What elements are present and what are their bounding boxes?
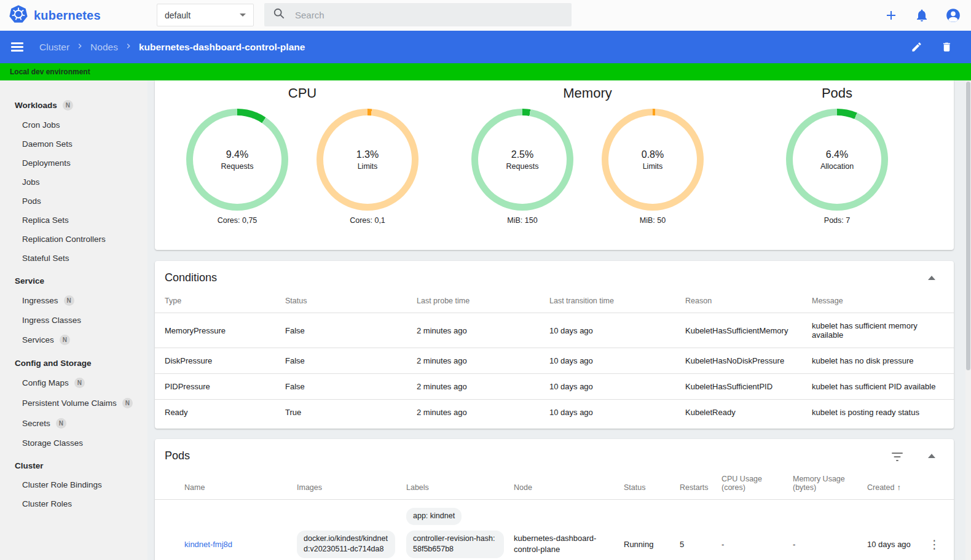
user-account-button[interactable] <box>945 7 961 23</box>
sidebar-item-cron-jobs[interactable]: Cron Jobs <box>0 115 147 134</box>
main-content: CPU 9.4% Requests Cores: 0,75 <box>147 80 971 560</box>
condition-message: kubelet has no disk pressure <box>812 348 954 374</box>
table-row: kindnet-fmj8d docker.io/kindest/kindnetd… <box>155 500 954 560</box>
breadcrumb: Cluster Nodes kubernetes-dashboard-contr… <box>39 42 305 53</box>
page-title: kubernetes-dashboard-control-plane <box>139 42 305 53</box>
gauge-label: Allocation <box>820 162 854 171</box>
sidebar-item-pods[interactable]: Pods <box>0 192 147 211</box>
table-row: PIDPressure False 2 minutes ago 10 days … <box>155 374 954 400</box>
search-input[interactable] <box>295 10 563 20</box>
gauge-percent: 6.4% <box>826 149 848 160</box>
collapse-up-icon[interactable] <box>928 454 935 458</box>
collapse-up-icon[interactable] <box>928 276 935 280</box>
sidebar-item-ingresses[interactable]: Ingresses N <box>0 290 147 311</box>
table-row: MemoryPressure False 2 minutes ago 10 da… <box>155 313 954 348</box>
sidebar-item-storage-classes[interactable]: Storage Classes <box>0 434 147 453</box>
sidebar-item-ingress-classes[interactable]: Ingress Classes <box>0 311 147 330</box>
sidebar-item-services[interactable]: Services N <box>0 330 147 350</box>
condition-reason: KubeletHasSufficientMemory <box>685 313 812 348</box>
conditions-table: Type Status Last probe time Last transit… <box>155 292 954 425</box>
memory-limits-gauge: 0.8% Limits MiB: 50 <box>588 101 718 250</box>
sidebar-item-deployments[interactable]: Deployments <box>0 154 147 173</box>
scrollbar[interactable] <box>965 80 971 560</box>
breadcrumb-nodes[interactable]: Nodes <box>90 42 118 53</box>
create-plus-button[interactable] <box>884 8 898 23</box>
new-badge: N <box>122 398 133 408</box>
table-row: Ready True 2 minutes ago 10 days ago Kub… <box>155 400 954 426</box>
top-bar: kubernetes default <box>0 0 971 31</box>
gauge-caption: Pods: 7 <box>824 216 850 225</box>
sidebar-item-secrets[interactable]: Secrets N <box>0 413 147 434</box>
column-header-restarts: Restarts <box>680 470 721 500</box>
sidebar-item-replica-sets[interactable]: Replica Sets <box>0 211 147 230</box>
namespace-selector[interactable]: default <box>157 4 254 26</box>
cpu-title: CPU <box>172 85 433 101</box>
sidebar-item-label: Persistent Volume Claims <box>22 399 117 408</box>
gauge-caption: MiB: 150 <box>507 216 537 225</box>
sidebar-item-label: Services <box>22 335 54 344</box>
chevron-right-icon <box>124 42 133 53</box>
app-bar: Cluster Nodes kubernetes-dashboard-contr… <box>0 31 971 63</box>
pods-card-title: Pods <box>155 439 200 470</box>
pod-name-link[interactable]: kindnet-fmj8d <box>184 540 232 549</box>
donut-chart: 2.5% Requests <box>471 109 573 211</box>
search-bar[interactable] <box>264 3 572 26</box>
sidebar-item-daemon-sets[interactable]: Daemon Sets <box>0 134 147 154</box>
edit-pencil-button[interactable] <box>911 41 922 53</box>
pods-card: Pods Name Images Labels Node <box>155 439 954 560</box>
sidebar-item-persistent-volume-claims[interactable]: Persistent Volume Claims N <box>0 393 147 413</box>
new-badge: N <box>56 418 66 429</box>
sidebar-section-config-and-storage[interactable]: Config and Storage <box>0 354 147 373</box>
condition-type: PIDPressure <box>155 374 285 400</box>
sidebar-nav: Workloads N Cron Jobs Daemon Sets Deploy… <box>0 80 147 560</box>
sidebar-item-label: Cluster Role Bindings <box>22 480 102 489</box>
donut-chart: 0.8% Limits <box>602 109 704 211</box>
menu-hamburger-icon[interactable] <box>11 42 23 52</box>
sidebar-item-label: Pods <box>22 196 41 206</box>
notifications-bell-button[interactable] <box>914 8 929 23</box>
gauge-caption: Cores: 0,75 <box>218 216 257 225</box>
sidebar-item-cluster-roles[interactable]: Cluster Roles <box>0 494 147 513</box>
condition-last-probe: 2 minutes ago <box>417 348 549 374</box>
sidebar-section-cluster[interactable]: Cluster <box>0 456 147 475</box>
sidebar-item-jobs[interactable]: Jobs <box>0 173 147 192</box>
more-vertical-icon[interactable]: ⋮ <box>929 538 940 551</box>
sidebar-item-cluster-role-bindings[interactable]: Cluster Role Bindings <box>0 475 147 494</box>
column-header-cpu-usage: CPU Usage (cores) <box>721 470 793 500</box>
allocation-card: CPU 9.4% Requests Cores: 0,75 <box>155 80 954 250</box>
filter-list-icon[interactable] <box>892 453 903 464</box>
column-header-name: Name <box>184 470 297 500</box>
condition-last-transition: 10 days ago <box>549 348 685 374</box>
donut-chart: 9.4% Requests <box>186 109 288 211</box>
gauge-percent: 1.3% <box>356 149 379 160</box>
condition-last-transition: 10 days ago <box>549 400 685 426</box>
cpu-limits-gauge: 1.3% Limits Cores: 0,1 <box>302 101 433 250</box>
breadcrumb-cluster[interactable]: Cluster <box>39 42 69 53</box>
column-header-type: Type <box>155 292 285 313</box>
sidebar-section-workloads[interactable]: Workloads N <box>0 95 147 115</box>
sidebar-section-service[interactable]: Service <box>0 271 147 290</box>
sidebar-item-stateful-sets[interactable]: Stateful Sets <box>0 249 147 268</box>
sidebar-item-label: Ingresses <box>22 296 58 305</box>
appbar-actions <box>911 41 961 53</box>
new-badge: N <box>64 295 74 306</box>
search-icon <box>273 7 285 22</box>
column-header-reason: Reason <box>685 292 812 313</box>
sidebar-section-label: Workloads <box>15 101 57 110</box>
environment-banner: Local dev environment <box>0 63 971 80</box>
kubernetes-brand[interactable]: kubernetes <box>9 4 101 26</box>
sidebar-section-label: Cluster <box>15 461 44 470</box>
gauge-caption: Cores: 0,1 <box>350 216 385 225</box>
column-header-created[interactable]: Created↑ <box>867 470 929 500</box>
new-badge: N <box>60 335 70 345</box>
sidebar-item-label: Replication Controllers <box>22 235 106 244</box>
sidebar-item-config-maps[interactable]: Config Maps N <box>0 373 147 393</box>
sidebar-item-replication-controllers[interactable]: Replication Controllers <box>0 230 147 249</box>
table-row: DiskPressure False 2 minutes ago 10 days… <box>155 348 954 374</box>
memory-title: Memory <box>457 85 718 101</box>
column-header-status-dot <box>155 470 184 500</box>
condition-status: False <box>285 348 417 374</box>
scrollbar-thumb[interactable] <box>966 82 970 370</box>
pod-created: 10 days ago <box>867 500 929 560</box>
delete-trash-button[interactable] <box>941 41 953 53</box>
